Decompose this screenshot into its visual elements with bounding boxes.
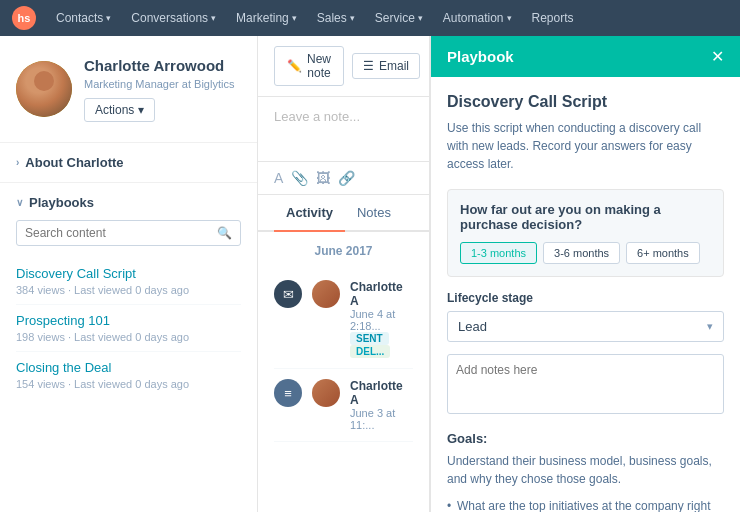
- email-activity-icon: ✉: [274, 280, 302, 308]
- left-sidebar: Charlotte Arrowood Marketing Manager at …: [0, 36, 258, 512]
- lifecycle-select[interactable]: Lead ▾: [447, 311, 724, 342]
- center-content: ✏️ New note ☰ Email Leave a note... A 📎 …: [258, 36, 430, 512]
- nav-chevron-icon: ▾: [292, 13, 297, 23]
- activity-avatar: [312, 280, 340, 308]
- nav-reports-label: Reports: [532, 11, 574, 25]
- nav-contacts-label: Contacts: [56, 11, 103, 25]
- format-icon[interactable]: A: [274, 170, 283, 186]
- playbook-panel-header: Playbook ✕: [431, 36, 740, 77]
- playbook-panel-title: Playbook: [447, 48, 514, 65]
- nav-chevron-icon: ▾: [350, 13, 355, 23]
- chevron-right-icon: ›: [16, 157, 19, 168]
- note-placeholder[interactable]: Leave a note...: [274, 109, 413, 149]
- chevron-down-icon: ∨: [16, 197, 23, 208]
- goals-section: Goals: Understand their business model, …: [447, 431, 724, 512]
- nav-sales[interactable]: Sales ▾: [309, 7, 363, 29]
- avatar-image: [16, 61, 72, 117]
- close-button[interactable]: ✕: [711, 49, 724, 65]
- goals-list: What are the top initiatives at the comp…: [447, 496, 724, 512]
- tab-notes[interactable]: Notes: [345, 195, 403, 232]
- option-6-plus-months[interactable]: 6+ months: [626, 242, 700, 264]
- option-buttons: 1-3 months 3-6 months 6+ months: [460, 242, 711, 264]
- nav-contacts[interactable]: Contacts ▾: [48, 7, 119, 29]
- playbook-item[interactable]: Discovery Call Script 384 views · Last v…: [16, 258, 241, 305]
- nav-sales-label: Sales: [317, 11, 347, 25]
- playbook-panel: Playbook ✕ Discovery Call Script Use thi…: [430, 36, 740, 512]
- main-layout: Charlotte Arrowood Marketing Manager at …: [0, 36, 740, 512]
- about-section: › About Charlotte: [0, 143, 257, 183]
- activity-time: June 4 at 2:18...: [350, 308, 395, 332]
- nav-marketing-label: Marketing: [236, 11, 289, 25]
- playbook-item[interactable]: Prospecting 101 198 views · Last viewed …: [16, 305, 241, 352]
- activity-item: ≡ Charlotte A June 3 at 11:...: [274, 369, 413, 442]
- nav-chevron-icon: ▾: [106, 13, 111, 23]
- image-icon[interactable]: 🖼: [316, 170, 330, 186]
- playbook-title: Discovery Call Script: [16, 266, 241, 281]
- nav-chevron-icon: ▾: [211, 13, 216, 23]
- script-description: Use this script when conducting a discov…: [447, 119, 724, 173]
- lifecycle-value: Lead: [458, 319, 487, 334]
- goals-title: Goals:: [447, 431, 724, 446]
- nav-automation-label: Automation: [443, 11, 504, 25]
- search-box: 🔍: [16, 220, 241, 246]
- email-icon: ☰: [363, 59, 374, 73]
- lifecycle-label: Lifecycle stage: [447, 291, 724, 305]
- new-note-button[interactable]: ✏️ New note: [274, 46, 344, 86]
- nav-reports[interactable]: Reports: [524, 7, 582, 29]
- note-actions: A 📎 🖼 🔗: [258, 162, 429, 195]
- contact-info: Charlotte Arrowood Marketing Manager at …: [84, 56, 234, 122]
- about-section-label: About Charlotte: [25, 155, 123, 170]
- activity-text: Charlotte A June 4 at 2:18... SENT DEL..…: [350, 280, 413, 358]
- goal-item: What are the top initiatives at the comp…: [447, 496, 724, 512]
- top-nav: hs Contacts ▾ Conversations ▾ Marketing …: [0, 0, 740, 36]
- playbooks-section: ∨ Playbooks 🔍 Discovery Call Script 384 …: [0, 183, 257, 410]
- new-note-label: New note: [307, 52, 331, 80]
- actions-chevron-icon: ▾: [138, 103, 144, 117]
- tab-activity[interactable]: Activity: [274, 195, 345, 232]
- playbook-title: Closing the Deal: [16, 360, 241, 375]
- nav-chevron-icon: ▾: [418, 13, 423, 23]
- center-toolbar: ✏️ New note ☰ Email: [258, 36, 429, 97]
- link-icon[interactable]: 🔗: [338, 170, 355, 186]
- playbook-meta: 384 views · Last viewed 0 days ago: [16, 284, 241, 296]
- search-input[interactable]: [25, 226, 217, 240]
- activity-name: Charlotte A: [350, 280, 413, 308]
- question-label: How far out are you on making a purchase…: [460, 202, 711, 232]
- notes-textarea[interactable]: [447, 354, 724, 414]
- chat-activity-icon: ≡: [274, 379, 302, 407]
- activity-feed: ✉ Charlotte A June 4 at 2:18... SENT DEL…: [258, 270, 429, 442]
- playbook-meta: 198 views · Last viewed 0 days ago: [16, 331, 241, 343]
- playbook-content: Discovery Call Script Use this script wh…: [431, 77, 740, 512]
- playbook-item[interactable]: Closing the Deal 154 views · Last viewed…: [16, 352, 241, 398]
- sent-badge: SENT: [350, 332, 389, 345]
- nav-conversations-label: Conversations: [131, 11, 208, 25]
- nav-service[interactable]: Service ▾: [367, 7, 431, 29]
- playbook-title: Prospecting 101: [16, 313, 241, 328]
- contact-card: Charlotte Arrowood Marketing Manager at …: [0, 36, 257, 143]
- activity-text: Charlotte A June 3 at 11:...: [350, 379, 413, 431]
- activity-detail: June 4 at 2:18... SENT DEL...: [350, 308, 413, 358]
- avatar: [16, 61, 72, 117]
- script-title: Discovery Call Script: [447, 93, 724, 111]
- option-1-3-months[interactable]: 1-3 months: [460, 242, 537, 264]
- delivered-badge: DEL...: [350, 345, 390, 358]
- attachment-icon[interactable]: 📎: [291, 170, 308, 186]
- pencil-icon: ✏️: [287, 59, 302, 73]
- search-icon: 🔍: [217, 226, 232, 240]
- nav-conversations[interactable]: Conversations ▾: [123, 7, 224, 29]
- email-button[interactable]: ☰ Email: [352, 53, 420, 79]
- contact-name: Charlotte Arrowood: [84, 56, 234, 76]
- actions-button[interactable]: Actions ▾: [84, 98, 155, 122]
- question-box: How far out are you on making a purchase…: [447, 189, 724, 277]
- nav-marketing[interactable]: Marketing ▾: [228, 7, 305, 29]
- activity-date: June 2017: [258, 232, 429, 270]
- note-area[interactable]: Leave a note...: [258, 97, 429, 162]
- playbooks-label: Playbooks: [29, 195, 94, 210]
- about-section-toggle[interactable]: › About Charlotte: [16, 155, 241, 170]
- activity-item: ✉ Charlotte A June 4 at 2:18... SENT DEL…: [274, 270, 413, 369]
- tabs-bar: Activity Notes: [258, 195, 429, 232]
- nav-automation[interactable]: Automation ▾: [435, 7, 520, 29]
- playbooks-toggle[interactable]: ∨ Playbooks: [16, 195, 241, 210]
- option-3-6-months[interactable]: 3-6 months: [543, 242, 620, 264]
- dropdown-arrow-icon: ▾: [707, 320, 713, 333]
